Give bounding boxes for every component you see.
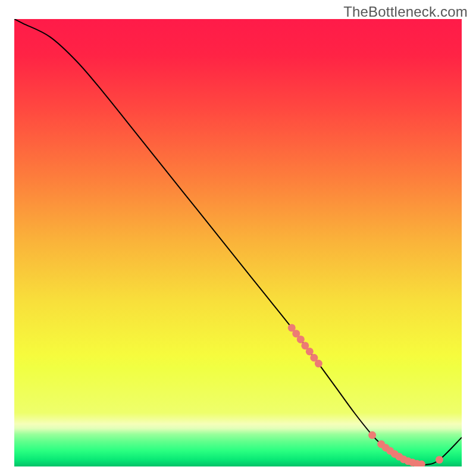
gradient-background (14, 19, 462, 466)
data-point (297, 336, 305, 343)
plot-area (14, 19, 462, 466)
data-point (315, 360, 322, 368)
data-point (368, 431, 376, 439)
data-point (306, 347, 314, 355)
watermark-text: TheBottleneck.com (343, 4, 468, 20)
chart-svg (14, 19, 462, 466)
data-point (436, 456, 443, 464)
chart-container: TheBottleneck.com (0, 0, 476, 476)
